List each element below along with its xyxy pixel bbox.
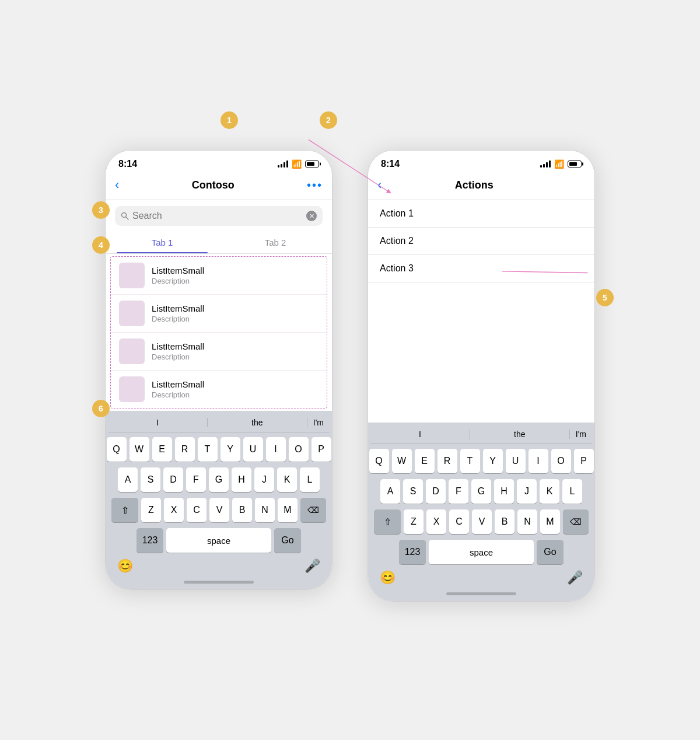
badge-4: 4 [92,236,110,254]
key-v[interactable]: V [472,509,492,534]
back-button-left[interactable]: ‹ [115,177,119,193]
microphone-button[interactable]: 🎤 [304,559,320,574]
key-l[interactable]: L [562,479,582,504]
search-container[interactable]: ✕ [115,206,323,226]
key-d[interactable]: D [426,479,446,504]
key-h[interactable]: H [494,479,514,504]
key-a[interactable]: A [118,467,138,492]
wifi-icon: 📶 [292,159,302,169]
key-r[interactable]: R [438,449,457,473]
key-p[interactable]: P [574,449,594,473]
key-k[interactable]: K [540,479,559,504]
key-k[interactable]: K [277,467,297,492]
list-item-thumbnail [119,301,145,326]
key-x[interactable]: X [164,498,184,522]
battery-icon [568,160,582,167]
key-u[interactable]: U [243,437,263,462]
back-button-right[interactable]: ‹ [377,177,382,193]
key-n[interactable]: N [255,498,275,522]
key-l[interactable]: L [300,467,320,492]
key-j[interactable]: J [254,467,274,492]
list-item-thumbnail [119,338,145,364]
key-p[interactable]: P [312,437,331,462]
key-t[interactable]: T [460,449,480,473]
key-q[interactable]: Q [107,437,127,462]
wifi-icon: 📶 [554,159,564,169]
suggestion-item[interactable]: the [470,430,570,439]
suggestion-item[interactable]: I [108,418,208,427]
key-h[interactable]: H [232,467,251,492]
space-key[interactable]: space [429,540,534,564]
key-y[interactable]: Y [483,449,503,473]
action-item-1[interactable]: Action 1 [368,200,594,228]
emoji-button[interactable]: 😊 [117,559,133,574]
key-f[interactable]: F [186,467,206,492]
shift-key[interactable]: ⇧ [374,509,401,534]
key-i[interactable]: I [266,437,286,462]
list-item-title: ListItemSmall [152,303,204,313]
key-g[interactable]: G [471,479,491,504]
key-j[interactable]: J [517,479,537,504]
key-i[interactable]: I [528,449,548,473]
key-z[interactable]: Z [404,509,424,534]
key-z[interactable]: Z [141,498,161,522]
key-t[interactable]: T [198,437,218,462]
key-s[interactable]: S [403,479,423,504]
key-f[interactable]: F [449,479,468,504]
list-item-title: ListItemSmall [152,379,204,389]
suggestion-item[interactable]: the [208,418,307,427]
search-input[interactable] [132,211,303,221]
go-key[interactable]: Go [274,528,301,553]
key-w[interactable]: W [130,437,149,462]
key-q[interactable]: Q [369,449,389,473]
badge-3: 3 [92,201,110,219]
key-b[interactable]: B [232,498,252,522]
numbers-key[interactable]: 123 [136,528,163,553]
tab-1[interactable]: Tab 1 [106,232,219,253]
key-d[interactable]: D [163,467,183,492]
list-item[interactable]: ListItemSmall Description [111,333,327,371]
key-o[interactable]: O [551,449,571,473]
key-m[interactable]: M [278,498,298,522]
action-item-2[interactable]: Action 2 [368,228,594,255]
go-key[interactable]: Go [537,540,564,564]
key-a[interactable]: A [380,479,400,504]
key-m[interactable]: M [540,509,560,534]
time-right: 8:14 [381,159,400,169]
numbers-key[interactable]: 123 [399,540,426,564]
key-o[interactable]: O [289,437,309,462]
suggestion-item[interactable]: I'm [570,430,592,439]
key-y[interactable]: Y [220,437,240,462]
status-icons-right: 📶 [540,159,582,169]
space-key[interactable]: space [166,528,271,553]
emoji-button[interactable]: 😊 [380,570,396,585]
key-e[interactable]: E [415,449,435,473]
key-b[interactable]: B [495,509,514,534]
key-n[interactable]: N [517,509,537,534]
tab-2[interactable]: Tab 2 [219,232,332,253]
key-s[interactable]: S [141,467,160,492]
key-u[interactable]: U [506,449,526,473]
search-clear-button[interactable]: ✕ [306,211,317,221]
key-v[interactable]: V [209,498,229,522]
key-c[interactable]: C [449,509,469,534]
list-item-title: ListItemSmall [152,341,204,351]
key-x[interactable]: X [426,509,446,534]
key-r[interactable]: R [175,437,195,462]
right-phone: 8:14 📶 ‹ Actions Action 1 [368,150,595,602]
shift-key[interactable]: ⇧ [111,498,138,522]
more-button-left[interactable]: ••• [307,179,323,192]
microphone-button[interactable]: 🎤 [567,570,583,585]
key-w[interactable]: W [392,449,412,473]
suggestion-item[interactable]: I [370,430,470,439]
action-item-3[interactable]: Action 3 [368,255,594,282]
list-item[interactable]: ListItemSmall Description [111,371,327,408]
list-item[interactable]: ListItemSmall Description [111,295,327,333]
list-item[interactable]: ListItemSmall Description [111,257,327,295]
key-e[interactable]: E [152,437,172,462]
delete-key[interactable]: ⌫ [300,498,326,522]
key-c[interactable]: C [187,498,206,522]
key-g[interactable]: G [209,467,229,492]
suggestion-item[interactable]: I'm [307,418,330,427]
delete-key[interactable]: ⌫ [563,509,589,534]
